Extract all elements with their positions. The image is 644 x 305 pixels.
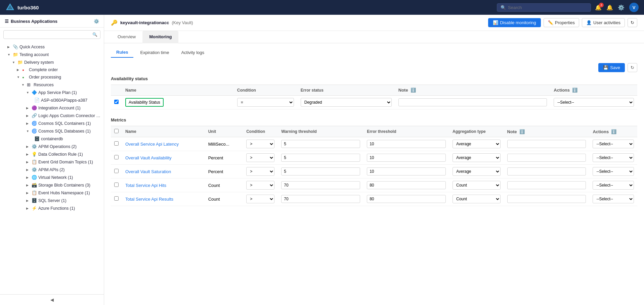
metric-name-link-3[interactable]: Total Service Api Hits: [125, 183, 166, 188]
metric-aggregation-select-4[interactable]: Count AverageCountSumMinMax: [453, 195, 501, 203]
metric-error-input-1[interactable]: [367, 154, 446, 162]
metric-error-input-2[interactable]: [367, 167, 446, 175]
metric-note-input-1[interactable]: [507, 154, 586, 162]
availability-action-select[interactable]: --Select--: [554, 98, 634, 107]
keyvault-icon: 🔑: [111, 19, 118, 26]
logo[interactable]: turbo360: [5, 3, 39, 12]
chevron-icon: ▶: [26, 145, 30, 148]
metric-row-checkbox-2[interactable]: [114, 169, 119, 173]
sidebar-item-event-hubs[interactable]: ▶ 📋 Event Hubs Namespace (1): [0, 189, 104, 197]
metric-name-link-1[interactable]: Overall Vault Availability: [125, 155, 172, 160]
chevron-icon: ▶: [17, 68, 21, 71]
availability-row-checkbox[interactable]: [114, 100, 119, 104]
sidebar-item-logic-apps-custom[interactable]: ▶ 🔗 Logic Apps Custom Connector (1): [0, 112, 104, 119]
disable-monitoring-button[interactable]: 📊 Disable monitoring: [488, 18, 541, 27]
sidebar-item-app-service-plan[interactable]: ▼ 🔷 App Service Plan (1): [0, 89, 104, 96]
metric-name-link-4[interactable]: Total Service Api Results: [125, 197, 173, 202]
sidebar-item-label: Integration Account (1): [38, 106, 81, 110]
search-bar[interactable]: 🔍: [497, 3, 591, 12]
sidebar-item-quick-access[interactable]: ▶ 📎 Quick Access: [0, 43, 104, 51]
sidebar-item-integration-account[interactable]: ▶ 🟣 Integration Account (1): [0, 104, 104, 112]
metric-error-input-3[interactable]: [367, 181, 446, 189]
sidebar-collapse-button[interactable]: ◀: [0, 294, 104, 305]
metric-note-input-4[interactable]: [507, 195, 586, 203]
sidebar-item-asp[interactable]: 📄 ASP-sl360APIapps-a387: [0, 96, 104, 104]
metric-row-checkbox-1[interactable]: [114, 155, 119, 159]
metric-aggregation-select-0[interactable]: Average AverageCountSumMinMax: [453, 140, 501, 148]
inner-tab-rules[interactable]: Rules: [111, 47, 133, 58]
metric-condition-select-0[interactable]: >=<: [246, 140, 274, 148]
properties-button[interactable]: ✏️ Properties: [544, 18, 579, 27]
settings-button[interactable]: ⚙️: [618, 4, 625, 11]
metric-condition-select-2[interactable]: >=<: [246, 167, 274, 176]
tab-monitoring[interactable]: Monitoring: [142, 31, 178, 43]
metric-aggregation-select-1[interactable]: Average AverageCountSumMinMax: [453, 153, 501, 162]
sidebar-item-storage-blob[interactable]: ▶ 🗃️ Storage Blob Containers (3): [0, 181, 104, 189]
metric-name-link-2[interactable]: Overall Vault Saturation: [125, 169, 171, 174]
sidebar-item-resources[interactable]: ▼ ⊞ Resources: [0, 81, 104, 89]
metric-action-select-4[interactable]: --Select--: [593, 195, 634, 203]
metric-row-checkbox-4[interactable]: [114, 196, 119, 201]
user-activities-button[interactable]: 👤 User activities: [582, 18, 625, 27]
metric-name-link-0[interactable]: Overall Service Api Latency: [125, 142, 179, 147]
availability-condition-select[interactable]: = > <: [237, 98, 294, 107]
metric-action-select-3[interactable]: --Select--: [593, 181, 634, 190]
metric-aggregation-select-2[interactable]: Average AverageCountSumMinMax: [453, 167, 501, 176]
sidebar-item-complete-order[interactable]: ▶ ● Complete order: [0, 66, 104, 73]
chevron-icon: ▼: [22, 83, 26, 87]
sidebar-item-virtual-network[interactable]: ▶ 🌐 Virtual Network (1): [0, 173, 104, 181]
metric-note-input-2[interactable]: [507, 167, 586, 175]
metric-action-select-1[interactable]: --Select--: [593, 153, 634, 162]
sidebar-item-cosmos-containers[interactable]: ▶ 🌀 Cosmos SQL Containers (1): [0, 119, 104, 127]
user-icon: 👤: [586, 20, 592, 25]
availability-error-status-select[interactable]: Degraded Unavailable: [301, 98, 392, 107]
chevron-icon: ▼: [7, 53, 11, 56]
metrics-actions-info-icon[interactable]: ℹ️: [611, 129, 616, 134]
actions-info-icon[interactable]: ℹ️: [572, 88, 577, 93]
refresh-button[interactable]: ↻: [628, 63, 637, 72]
metric-action-select-0[interactable]: --Select--: [593, 140, 634, 148]
notifications-button[interactable]: 🔔 3: [595, 4, 602, 11]
sidebar-item-sql-server[interactable]: ▶ 🗄️ SQL Server (1): [0, 197, 104, 204]
save-button[interactable]: 💾 Save: [598, 63, 625, 72]
user-avatar[interactable]: V: [629, 3, 639, 12]
sidebar-item-containerdb[interactable]: 🗄️ containerdb: [0, 135, 104, 143]
tab-overview[interactable]: Overview: [111, 31, 142, 43]
sidebar-item-delivery-system[interactable]: ▼ 📁 Delivery system: [0, 58, 104, 66]
sidebar-settings-icon[interactable]: ⚙️: [94, 19, 99, 24]
sidebar-item-azure-functions[interactable]: ▶ ⚡ Azure Functions (1): [0, 204, 104, 212]
metric-warning-input-0[interactable]: [281, 140, 360, 148]
sidebar-item-cosmos-databases[interactable]: ▼ 🌀 Cosmos SQL Databases (1): [0, 127, 104, 135]
sidebar-item-data-collection-rule[interactable]: ▶ 💡 Data Collection Rule (1): [0, 150, 104, 158]
inner-tab-activity-logs[interactable]: Activity logs: [176, 47, 210, 58]
metric-action-select-2[interactable]: --Select--: [593, 167, 634, 176]
metrics-note-info-icon[interactable]: ℹ️: [519, 129, 525, 134]
metric-note-input-0[interactable]: [507, 140, 586, 148]
metric-warning-input-2[interactable]: [281, 167, 360, 175]
sidebar-item-event-grid[interactable]: ▶ 📋 Event Grid Domain Topics (1): [0, 158, 104, 166]
select-all-checkbox[interactable]: [114, 129, 119, 133]
inner-tab-expiration-time[interactable]: Expiration time: [135, 47, 174, 58]
metric-warning-input-4[interactable]: [281, 195, 360, 203]
sidebar-item-apim-apis[interactable]: ▶ ⚙️ APIM APIs (2): [0, 166, 104, 173]
metric-error-input-0[interactable]: [367, 140, 446, 148]
sidebar-search-input[interactable]: [6, 32, 90, 37]
metric-aggregation-select-3[interactable]: Count AverageCountSumMinMax: [453, 181, 501, 190]
metric-warning-input-3[interactable]: [281, 181, 360, 189]
metric-row-checkbox-0[interactable]: [114, 141, 119, 146]
search-input[interactable]: [508, 5, 587, 10]
sidebar-item-order-processing[interactable]: ▼ ● Order processing: [0, 73, 104, 81]
metric-note-input-3[interactable]: [507, 181, 586, 189]
metric-row-checkbox-3[interactable]: [114, 183, 119, 187]
sidebar-item-apim-operations[interactable]: ▶ ⚙️ APIM Operations (2): [0, 143, 104, 150]
sidebar-item-testing-account[interactable]: ▼ 📁 Testing account: [0, 51, 104, 58]
note-info-icon[interactable]: ℹ️: [411, 88, 416, 93]
alerts-button[interactable]: 🔔: [606, 4, 613, 11]
metric-condition-select-4[interactable]: >=<: [246, 195, 274, 203]
metric-condition-select-1[interactable]: >=<: [246, 153, 274, 162]
more-options-button[interactable]: ↻: [628, 18, 637, 27]
metric-error-input-4[interactable]: [367, 195, 446, 203]
metric-warning-input-1[interactable]: [281, 154, 360, 162]
availability-note-input[interactable]: [398, 98, 547, 106]
metric-condition-select-3[interactable]: >=<: [246, 181, 274, 190]
